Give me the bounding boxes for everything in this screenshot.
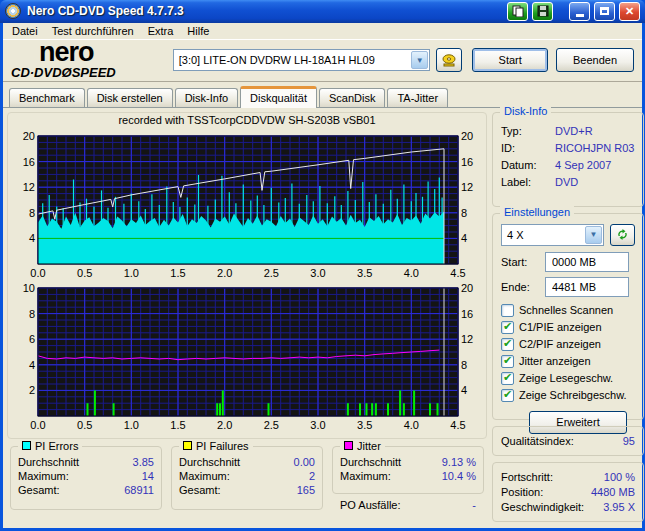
svg-text:20: 20 — [23, 130, 35, 142]
quality-index-label: Qualitätsindex: — [501, 435, 574, 447]
disk-info-box: Disk-Info Typ:DVD+R ID:RICOHJPN R03 Datu… — [492, 112, 644, 207]
eject-disc-icon — [441, 53, 457, 67]
checkbox-icon[interactable] — [501, 304, 514, 317]
copy-chart-button[interactable] — [507, 2, 528, 21]
tab-ta-jitter[interactable]: TA-Jitter — [387, 88, 448, 107]
svg-text:4.5: 4.5 — [450, 419, 465, 431]
svg-text:2.5: 2.5 — [264, 267, 279, 279]
quality-bottom-chart: 246810481216200.00.51.01.52.02.53.03.54.… — [11, 280, 483, 432]
sidebar: Disk-Info Typ:DVD+R ID:RICOHJPN R03 Datu… — [492, 112, 644, 528]
checkbox-icon[interactable] — [501, 372, 514, 385]
close-button[interactable]: ✕ — [619, 2, 640, 21]
svg-text:8: 8 — [461, 207, 467, 219]
scan-speed-value: 4 X — [502, 229, 584, 241]
svg-text:8: 8 — [29, 308, 35, 320]
svg-text:1.5: 1.5 — [170, 419, 185, 431]
app-icon — [5, 3, 21, 19]
nero-logo: nero CD·DVDØSPEED — [11, 41, 173, 79]
svg-text:4: 4 — [461, 384, 467, 396]
chevron-down-icon[interactable]: ▼ — [411, 51, 428, 69]
tab-disk-erstellen[interactable]: Disk erstellen — [87, 88, 173, 107]
checkbox-schreibgeschw[interactable]: Zeige Schreibgeschw. — [501, 387, 635, 404]
tab-benchmark[interactable]: Benchmark — [9, 88, 85, 107]
svg-text:8: 8 — [29, 207, 35, 219]
checkbox-icon[interactable] — [501, 389, 514, 402]
svg-text:16: 16 — [23, 156, 35, 168]
svg-text:12: 12 — [461, 181, 473, 193]
stat-row: Durchschnitt3.85 — [18, 455, 154, 469]
pi-errors-box: PI Errors Durchschnitt3.85 Maximum:14 Ge… — [10, 446, 162, 510]
refresh-button[interactable] — [610, 224, 635, 246]
svg-text:0.5: 0.5 — [77, 419, 92, 431]
save-chart-button[interactable] — [532, 2, 553, 21]
menubar: Datei Test durchführen Extra Hilfe — [3, 23, 642, 39]
svg-text:1.0: 1.0 — [124, 419, 139, 431]
svg-text:3.0: 3.0 — [310, 267, 325, 279]
svg-text:12: 12 — [461, 333, 473, 345]
header: nero CD·DVDØSPEED [3:0] LITE-ON DVDRW LH… — [3, 39, 642, 82]
checkbox-jitter[interactable]: Jitter anzeigen — [501, 353, 635, 370]
quit-button[interactable]: Beenden — [556, 48, 634, 72]
stat-row: Maximum:2 — [179, 469, 315, 483]
jitter-title: Jitter — [357, 440, 381, 452]
checkbox-icon[interactable] — [501, 338, 514, 351]
stat-row: Gesamt:68911 — [18, 483, 154, 497]
checkbox-c1-pie[interactable]: C1/PIE anzeigen — [501, 319, 635, 336]
svg-text:12: 12 — [23, 181, 35, 193]
maximize-button[interactable] — [594, 2, 615, 21]
menu-extra[interactable]: Extra — [141, 23, 181, 39]
quality-index-box: Qualitätsindex: 95 — [492, 426, 644, 456]
tab-diskqualitaet[interactable]: Diskqualität — [240, 86, 317, 108]
stat-row: Maximum:10.4 % — [340, 469, 476, 483]
settings-box: Einstellungen 4 X ▼ Start: — [492, 213, 644, 420]
chart-column: recorded with TSSTcorpCDDVDW SH-S203B vS… — [7, 112, 487, 528]
svg-text:0.0: 0.0 — [30, 419, 45, 431]
stat-row: Durchschnitt0.00 — [179, 455, 315, 469]
drive-select-value: [3:0] LITE-ON DVDRW LH-18A1H HL09 — [174, 54, 411, 66]
quality-index-value: 95 — [623, 435, 635, 447]
progress-box: Fortschritt:100 % Position:4480 MB Gesch… — [492, 462, 644, 522]
pi-errors-title: PI Errors — [35, 440, 78, 452]
pi-failures-color-swatch — [183, 441, 192, 450]
tab-scandisk[interactable]: ScanDisk — [319, 88, 385, 107]
drive-select[interactable]: [3:0] LITE-ON DVDRW LH-18A1H HL09 ▼ — [173, 49, 431, 71]
svg-text:2.0: 2.0 — [217, 419, 232, 431]
jitter-color-swatch — [344, 441, 353, 450]
end-field[interactable] — [545, 277, 629, 297]
eject-button[interactable] — [436, 48, 462, 72]
window-title: Nero CD-DVD Speed 4.7.7.3 — [25, 4, 503, 18]
minimize-button[interactable] — [569, 2, 590, 21]
save-icon — [537, 5, 549, 17]
svg-text:1.5: 1.5 — [170, 267, 185, 279]
titlebar[interactable]: Nero CD-DVD Speed 4.7.7.3 ✕ — [0, 0, 645, 23]
scan-speed-select[interactable]: 4 X ▼ — [501, 224, 604, 246]
disk-info-row: Datum:4 Sep 2007 — [501, 157, 635, 174]
checkbox-icon[interactable] — [501, 321, 514, 334]
stat-row: Durchschnitt9.13 % — [340, 455, 476, 469]
svg-text:4.5: 4.5 — [450, 267, 465, 279]
checkbox-lesegeschw[interactable]: Zeige Lesegeschw. — [501, 370, 635, 387]
disk-info-title: Disk-Info — [500, 105, 551, 117]
quality-top-chart: 48121620481216200.00.51.01.52.02.53.03.5… — [11, 128, 483, 280]
start-button[interactable]: Start — [472, 48, 548, 72]
svg-text:10: 10 — [23, 282, 35, 294]
checkbox-icon[interactable] — [501, 355, 514, 368]
svg-text:4: 4 — [29, 359, 35, 371]
checkbox-c2-pif[interactable]: C2/PIF anzeigen — [501, 336, 635, 353]
end-field-label: Ende: — [501, 281, 545, 293]
svg-text:2: 2 — [29, 384, 35, 396]
svg-text:4.0: 4.0 — [404, 419, 419, 431]
tab-disk-info[interactable]: Disk-Info — [175, 88, 238, 107]
settings-title: Einstellungen — [500, 206, 574, 218]
menu-hilfe[interactable]: Hilfe — [180, 23, 216, 39]
chevron-down-icon[interactable]: ▼ — [585, 226, 602, 244]
chart-annotation: recorded with TSSTcorpCDDVDW SH-S203B vS… — [11, 114, 483, 128]
minimize-icon — [576, 14, 584, 17]
checkbox-schnelles-scannen[interactable]: Schnelles Scannen — [501, 302, 635, 319]
svg-text:16: 16 — [461, 308, 473, 320]
start-field[interactable] — [545, 252, 629, 272]
svg-text:20: 20 — [461, 282, 473, 294]
svg-text:3.0: 3.0 — [310, 419, 325, 431]
svg-text:20: 20 — [461, 130, 473, 142]
stat-row: Gesamt:165 — [179, 483, 315, 497]
